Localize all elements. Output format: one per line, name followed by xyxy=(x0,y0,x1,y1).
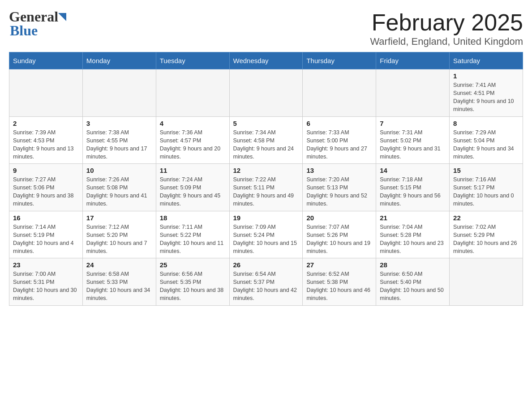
day-number: 5 xyxy=(233,120,299,127)
day-info: Sunrise: 7:26 AMSunset: 5:08 PMDaylight:… xyxy=(86,176,152,208)
day-info: Sunrise: 7:04 AMSunset: 5:28 PMDaylight:… xyxy=(380,223,446,256)
day-info: Sunrise: 7:00 AMSunset: 5:31 PMDaylight:… xyxy=(13,270,79,303)
day-info: Sunrise: 7:22 AMSunset: 5:11 PMDaylight:… xyxy=(233,176,299,208)
col-wednesday: Wednesday xyxy=(229,52,303,69)
table-row: 23Sunrise: 7:00 AMSunset: 5:31 PMDayligh… xyxy=(9,258,83,306)
day-number: 28 xyxy=(380,261,446,269)
day-number: 13 xyxy=(306,167,372,174)
table-row: 4Sunrise: 7:36 AMSunset: 4:57 PMDaylight… xyxy=(156,116,229,164)
col-friday: Friday xyxy=(376,52,450,69)
logo-blue-text: Blue xyxy=(10,22,38,39)
calendar-week-row: 9Sunrise: 7:27 AMSunset: 5:06 PMDaylight… xyxy=(9,164,523,211)
col-monday: Monday xyxy=(82,52,156,69)
col-saturday: Saturday xyxy=(450,52,523,69)
day-info: Sunrise: 7:02 AMSunset: 5:29 PMDaylight:… xyxy=(453,223,519,256)
table-row: 6Sunrise: 7:33 AMSunset: 5:00 PMDaylight… xyxy=(303,116,376,164)
logo-arrow-icon xyxy=(58,13,66,23)
calendar-header-row: Sunday Monday Tuesday Wednesday Thursday… xyxy=(9,52,523,69)
day-info: Sunrise: 6:50 AMSunset: 5:40 PMDaylight:… xyxy=(380,270,446,303)
day-number: 27 xyxy=(306,261,372,269)
table-row xyxy=(9,69,83,117)
day-info: Sunrise: 7:16 AMSunset: 5:17 PMDaylight:… xyxy=(453,176,519,208)
day-info: Sunrise: 7:31 AMSunset: 5:02 PMDaylight:… xyxy=(380,128,446,161)
calendar-subtitle: Warfield, England, United Kingdom xyxy=(370,36,523,47)
day-info: Sunrise: 7:41 AMSunset: 4:51 PMDaylight:… xyxy=(453,81,519,114)
table-row: 20Sunrise: 7:07 AMSunset: 5:26 PMDayligh… xyxy=(303,211,376,258)
table-row: 7Sunrise: 7:31 AMSunset: 5:02 PMDaylight… xyxy=(376,116,450,164)
col-sunday: Sunday xyxy=(9,52,83,69)
day-info: Sunrise: 6:58 AMSunset: 5:33 PMDaylight:… xyxy=(86,270,152,303)
day-info: Sunrise: 6:54 AMSunset: 5:37 PMDaylight:… xyxy=(233,270,299,303)
day-number: 21 xyxy=(380,214,446,222)
day-info: Sunrise: 7:18 AMSunset: 5:15 PMDaylight:… xyxy=(380,176,446,208)
day-number: 15 xyxy=(453,167,519,174)
calendar-table: Sunday Monday Tuesday Wednesday Thursday… xyxy=(9,52,523,306)
table-row: 15Sunrise: 7:16 AMSunset: 5:17 PMDayligh… xyxy=(450,164,523,211)
calendar-title: February 2025 xyxy=(370,9,523,36)
table-row: 5Sunrise: 7:34 AMSunset: 4:58 PMDaylight… xyxy=(229,116,303,164)
day-number: 19 xyxy=(233,214,299,222)
day-number: 2 xyxy=(13,120,79,127)
calendar-week-row: 23Sunrise: 7:00 AMSunset: 5:31 PMDayligh… xyxy=(9,258,523,306)
calendar-week-row: 16Sunrise: 7:14 AMSunset: 5:19 PMDayligh… xyxy=(9,211,523,258)
table-row: 1Sunrise: 7:41 AMSunset: 4:51 PMDaylight… xyxy=(450,69,523,117)
table-row: 13Sunrise: 7:20 AMSunset: 5:13 PMDayligh… xyxy=(303,164,376,211)
table-row: 12Sunrise: 7:22 AMSunset: 5:11 PMDayligh… xyxy=(229,164,303,211)
table-row: 22Sunrise: 7:02 AMSunset: 5:29 PMDayligh… xyxy=(450,211,523,258)
table-row xyxy=(82,69,156,117)
table-row: 2Sunrise: 7:39 AMSunset: 4:53 PMDaylight… xyxy=(9,116,83,164)
day-info: Sunrise: 7:33 AMSunset: 5:00 PMDaylight:… xyxy=(306,128,372,161)
day-number: 14 xyxy=(380,167,446,174)
day-info: Sunrise: 6:52 AMSunset: 5:38 PMDaylight:… xyxy=(306,270,372,303)
day-number: 11 xyxy=(160,167,226,174)
day-info: Sunrise: 7:09 AMSunset: 5:24 PMDaylight:… xyxy=(233,223,299,256)
day-number: 26 xyxy=(233,261,299,269)
day-number: 9 xyxy=(13,167,79,174)
day-number: 8 xyxy=(453,120,519,127)
day-number: 24 xyxy=(86,261,152,269)
table-row: 10Sunrise: 7:26 AMSunset: 5:08 PMDayligh… xyxy=(82,164,156,211)
table-row: 3Sunrise: 7:38 AMSunset: 4:55 PMDaylight… xyxy=(82,116,156,164)
table-row: 9Sunrise: 7:27 AMSunset: 5:06 PMDaylight… xyxy=(9,164,83,211)
table-row: 17Sunrise: 7:12 AMSunset: 5:20 PMDayligh… xyxy=(82,211,156,258)
day-number: 1 xyxy=(453,72,519,80)
table-row: 19Sunrise: 7:09 AMSunset: 5:24 PMDayligh… xyxy=(229,211,303,258)
day-number: 22 xyxy=(453,214,519,222)
day-info: Sunrise: 7:38 AMSunset: 4:55 PMDaylight:… xyxy=(86,128,152,161)
table-row: 24Sunrise: 6:58 AMSunset: 5:33 PMDayligh… xyxy=(82,258,156,306)
page-header: General Blue February 2025 Warfield, Eng… xyxy=(9,9,523,47)
table-row xyxy=(156,69,229,117)
calendar-week-row: 1Sunrise: 7:41 AMSunset: 4:51 PMDaylight… xyxy=(9,69,523,117)
day-info: Sunrise: 7:24 AMSunset: 5:09 PMDaylight:… xyxy=(160,176,226,208)
day-number: 23 xyxy=(13,261,79,269)
table-row: 26Sunrise: 6:54 AMSunset: 5:37 PMDayligh… xyxy=(229,258,303,306)
day-number: 25 xyxy=(160,261,226,269)
day-info: Sunrise: 7:14 AMSunset: 5:19 PMDaylight:… xyxy=(13,223,79,256)
logo: General Blue xyxy=(9,9,66,39)
col-tuesday: Tuesday xyxy=(156,52,229,69)
day-info: Sunrise: 7:20 AMSunset: 5:13 PMDaylight:… xyxy=(306,176,372,208)
table-row: 27Sunrise: 6:52 AMSunset: 5:38 PMDayligh… xyxy=(303,258,376,306)
day-number: 7 xyxy=(380,120,446,127)
svg-marker-0 xyxy=(58,13,66,21)
day-number: 12 xyxy=(233,167,299,174)
day-number: 16 xyxy=(13,214,79,222)
calendar-week-row: 2Sunrise: 7:39 AMSunset: 4:53 PMDaylight… xyxy=(9,116,523,164)
table-row: 28Sunrise: 6:50 AMSunset: 5:40 PMDayligh… xyxy=(376,258,450,306)
table-row xyxy=(303,69,376,117)
table-row: 25Sunrise: 6:56 AMSunset: 5:35 PMDayligh… xyxy=(156,258,229,306)
day-info: Sunrise: 7:27 AMSunset: 5:06 PMDaylight:… xyxy=(13,176,79,208)
table-row xyxy=(376,69,450,117)
table-row: 21Sunrise: 7:04 AMSunset: 5:28 PMDayligh… xyxy=(376,211,450,258)
day-number: 10 xyxy=(86,167,152,174)
table-row xyxy=(450,258,523,306)
day-number: 6 xyxy=(306,120,372,127)
day-number: 20 xyxy=(306,214,372,222)
table-row: 16Sunrise: 7:14 AMSunset: 5:19 PMDayligh… xyxy=(9,211,83,258)
table-row: 18Sunrise: 7:11 AMSunset: 5:22 PMDayligh… xyxy=(156,211,229,258)
calendar-title-block: February 2025 Warfield, England, United … xyxy=(370,9,523,47)
day-info: Sunrise: 7:29 AMSunset: 5:04 PMDaylight:… xyxy=(453,128,519,161)
day-info: Sunrise: 7:34 AMSunset: 4:58 PMDaylight:… xyxy=(233,128,299,161)
day-number: 18 xyxy=(160,214,226,222)
day-number: 3 xyxy=(86,120,152,127)
